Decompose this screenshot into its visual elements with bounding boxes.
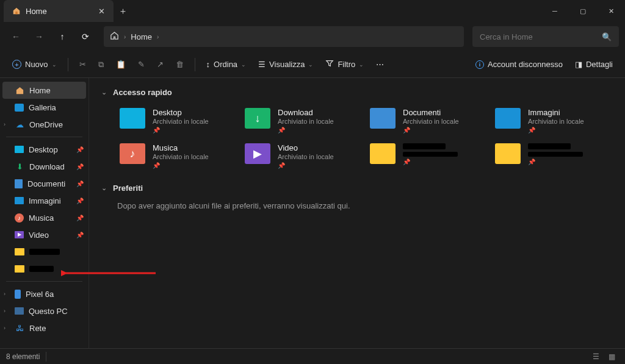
chevron-right-icon[interactable]: › [4,291,5,297]
tab-close-icon[interactable]: ✕ [98,7,105,16]
info-icon: i [475,60,484,69]
new-button[interactable]: + Nuovo ⌄ [7,55,62,74]
sidebar-item-thispc[interactable]: › Questo PC [0,302,89,319]
more-button[interactable]: ⋯ [371,55,389,74]
chevron-right-icon: › [157,34,159,40]
folder-icon [120,108,145,129]
redacted-label [29,249,60,255]
chevron-down-icon: ⌄ [52,62,57,68]
search-input[interactable]: 🔍 [472,26,619,47]
tab-home[interactable]: Home ✕ [4,0,114,22]
pin-icon: 📌 [278,127,334,134]
sidebar-item-gallery[interactable]: Galleria [0,99,89,116]
pc-icon [15,307,24,315]
video-icon: ▶ [15,231,24,238]
sidebar-item-folder[interactable] [0,260,89,277]
chevron-down-icon: ⌄ [359,62,364,68]
quick-access-tile[interactable]: Immagini Archiviato in locale 📌 [493,105,613,136]
share-icon: ↗ [157,60,164,69]
sidebar-item-images[interactable]: Immagini 📌 [0,192,89,209]
section-favorites[interactable]: ⌄ Preferiti [101,184,613,193]
sidebar-item-network[interactable]: › 🖧 Rete [0,319,89,337]
download-icon: ⬇ [15,162,24,171]
share-button[interactable]: ↗ [152,55,168,74]
network-icon: 🖧 [15,323,24,333]
chevron-right-icon[interactable]: › [4,325,5,331]
close-button[interactable]: ✕ [597,0,625,22]
rename-button[interactable]: ✎ [133,55,150,74]
folder-icon [495,143,521,164]
content-area: ⌄ Accesso rapido Desktop Archiviato in l… [89,78,625,348]
forward-button[interactable]: → [29,27,49,46]
details-icon: ◨ [575,60,582,69]
cloud-icon: ☁ [15,120,24,129]
filter-icon [325,59,334,70]
search-field[interactable] [480,32,602,41]
sidebar-item-documents[interactable]: Documenti 📌 [0,175,89,192]
minimize-button[interactable]: ─ [541,0,569,22]
tile-info: Video Archiviato in locale 📌 [278,143,334,169]
details-view-icon[interactable]: ☰ [588,351,603,363]
delete-button[interactable]: 🗑 [171,55,189,74]
tile-info: 📌 [403,143,458,165]
sidebar-item-home[interactable]: Home [2,82,86,99]
title-bar: Home ✕ ＋ ─ ▢ ✕ [0,0,625,22]
sidebar: Home Galleria › ☁ OneDrive Desktop 📌 ⬇ D… [0,78,89,348]
account-status[interactable]: i Account disconnesso [471,55,568,74]
pin-icon: 📌 [76,232,84,238]
breadcrumb[interactable]: › Home › [104,26,464,47]
section-quick-access[interactable]: ⌄ Accesso rapido [101,88,613,97]
copy-icon: ⧉ [98,60,104,70]
quick-access-tile[interactable]: 📌 [493,141,613,171]
sidebar-item-desktop[interactable]: Desktop 📌 [0,141,89,158]
chevron-down-icon: ⌄ [241,62,246,68]
quick-access-tile[interactable]: Documenti Archiviato in locale 📌 [367,105,488,136]
tile-info: Immagini Archiviato in locale 📌 [528,108,584,134]
sidebar-item-download[interactable]: ⬇ Download 📌 [0,158,89,175]
quick-access-tile[interactable]: ♪ Musica Archiviato in locale 📌 [117,141,237,171]
filter-button[interactable]: Filtro ⌄ [320,55,369,74]
sidebar-item-pixel[interactable]: › Pixel 6a [0,285,89,302]
view-icon: ☰ [258,60,266,69]
view-button[interactable]: ☰ Visualizza ⌄ [253,55,318,74]
sort-button[interactable]: ↕ Ordina ⌄ [201,55,251,74]
maximize-button[interactable]: ▢ [569,0,597,22]
folder-icon [15,264,24,274]
breadcrumb-home[interactable]: Home [131,32,152,41]
folder-icon [15,247,24,257]
refresh-button[interactable]: ⟳ [76,27,95,46]
home-icon [15,85,24,95]
details-button[interactable]: ◨ Dettagli [570,55,618,74]
quick-access-tile[interactable]: ↓ Download Archiviato in locale 📌 [242,105,363,136]
pin-icon: 📌 [403,127,459,134]
up-button[interactable]: ↑ [52,27,72,46]
pin-icon: 📌 [153,127,209,134]
sidebar-item-onedrive[interactable]: › ☁ OneDrive [0,116,89,133]
more-icon: ⋯ [376,60,384,69]
quick-access-tile[interactable]: 📌 [367,141,488,171]
pin-icon: 📌 [76,215,84,221]
sidebar-item-music[interactable]: ♪ Musica 📌 [0,209,89,226]
quick-access-tile[interactable]: Desktop Archiviato in locale 📌 [117,105,237,136]
main-area: Home Galleria › ☁ OneDrive Desktop 📌 ⬇ D… [0,78,625,348]
new-tab-button[interactable]: ＋ [114,5,132,17]
paste-button[interactable]: 📋 [111,55,131,74]
quick-access-grid: Desktop Archiviato in locale 📌 ↓ Downloa… [117,105,613,171]
copy-button[interactable]: ⧉ [93,55,109,74]
chevron-right-icon[interactable]: › [4,121,5,127]
chevron-down-icon: ⌄ [308,62,313,68]
chevron-right-icon[interactable]: › [4,308,5,314]
tiles-view-icon[interactable]: ▦ [604,351,619,363]
tile-info: 📌 [528,143,583,165]
trash-icon: 🗑 [176,60,184,69]
sidebar-item-video[interactable]: ▶ Video 📌 [0,226,89,243]
cut-button[interactable]: ✂ [74,55,91,74]
pin-icon: 📌 [403,159,458,165]
quick-access-tile[interactable]: ▶ Video Archiviato in locale 📌 [242,141,363,171]
paste-icon: 📋 [116,60,126,69]
sidebar-item-folder[interactable] [0,243,89,260]
pin-icon: 📌 [278,162,334,169]
plus-icon: + [12,60,21,69]
back-button[interactable]: ← [6,27,26,46]
folder-icon [370,143,396,164]
